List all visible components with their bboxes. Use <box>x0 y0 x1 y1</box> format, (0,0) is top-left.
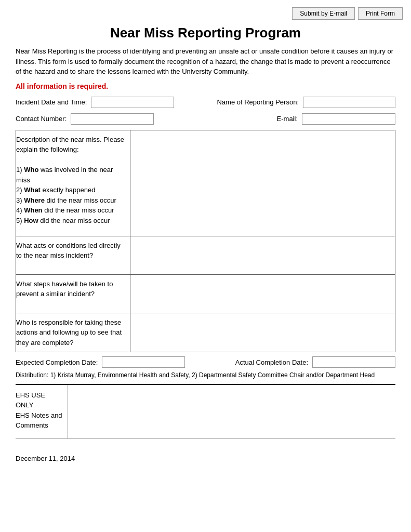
contact-number-input[interactable] <box>71 113 154 125</box>
incident-date-row: Incident Date and Time: Name of Reportin… <box>16 97 395 108</box>
steps-label: What steps have/will be taken to prevent… <box>16 275 130 313</box>
ehs-notes-container <box>68 385 395 438</box>
ehs-label-line3: Comments <box>16 421 48 429</box>
sections-container: Description of the near miss. Please exp… <box>16 130 395 353</box>
ehs-section: EHS USE ONLY EHS Notes and Comments <box>16 384 395 439</box>
ehs-row: EHS USE ONLY EHS Notes and Comments <box>16 385 395 438</box>
acts-textarea[interactable] <box>130 236 395 273</box>
email-label: E-mail: <box>277 115 298 123</box>
description-textarea[interactable] <box>130 130 395 234</box>
acts-textarea-container <box>130 236 395 274</box>
description-textarea-container <box>130 130 395 236</box>
actual-completion-input[interactable] <box>312 356 395 368</box>
contact-row: Contact Number: E-mail: <box>16 113 395 125</box>
reporting-person-input[interactable] <box>303 97 395 108</box>
acts-section: What acts or conditions led directly to … <box>16 236 395 274</box>
completion-row: Expected Completion Date: Actual Complet… <box>16 356 395 368</box>
incident-date-input[interactable] <box>91 97 174 108</box>
ehs-table: EHS USE ONLY EHS Notes and Comments <box>16 385 395 438</box>
reporting-person-label: Name of Reporting Person: <box>217 98 299 106</box>
top-bar: Submit by E-mail Print Form <box>0 0 411 25</box>
steps-textarea-container <box>130 275 395 313</box>
footer-date: December 11, 2014 <box>0 455 411 462</box>
intro-text: Near Miss Reporting is the process of id… <box>16 46 395 77</box>
ehs-notes-textarea[interactable] <box>68 385 396 437</box>
responsible-section: Who is responsible for taking these acti… <box>16 313 395 352</box>
ehs-label-line2: EHS Notes and <box>16 411 62 419</box>
incident-date-label: Incident Date and Time: <box>16 98 87 106</box>
distribution-text: Distribution: 1) Krista Murray, Environm… <box>16 371 395 380</box>
expected-completion-label: Expected Completion Date: <box>16 358 98 366</box>
responsible-label: Who is responsible for taking these acti… <box>16 313 130 352</box>
page-title: Near Miss Reporting Program <box>16 25 395 41</box>
print-form-button[interactable]: Print Form <box>358 7 403 20</box>
description-label: Description of the near miss. Please exp… <box>16 130 130 236</box>
ehs-label-line1: EHS USE ONLY <box>16 391 45 409</box>
expected-completion-input[interactable] <box>102 356 185 368</box>
responsible-textarea[interactable] <box>130 313 395 350</box>
page: Submit by E-mail Print Form Near Miss Re… <box>0 0 411 532</box>
required-notice: All information is required. <box>16 82 395 90</box>
description-section: Description of the near miss. Please exp… <box>16 130 395 236</box>
acts-label: What acts or conditions led directly to … <box>16 236 130 274</box>
form-content: Near Miss Reporting Program Near Miss Re… <box>0 25 411 449</box>
actual-completion-label: Actual Completion Date: <box>235 358 308 366</box>
responsible-textarea-container <box>130 313 395 352</box>
steps-section: What steps have/will be taken to prevent… <box>16 274 395 313</box>
submit-email-button[interactable]: Submit by E-mail <box>292 7 355 20</box>
steps-textarea[interactable] <box>130 275 395 311</box>
email-input[interactable] <box>302 113 395 125</box>
contact-number-label: Contact Number: <box>16 115 67 123</box>
ehs-label: EHS USE ONLY EHS Notes and Comments <box>16 385 68 438</box>
